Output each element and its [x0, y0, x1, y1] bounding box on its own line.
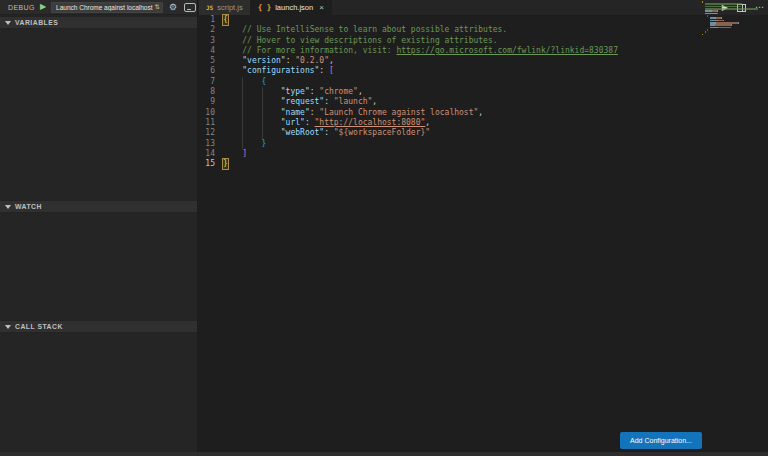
code-token: :	[319, 66, 329, 76]
close-tab-icon[interactable]: ×	[319, 3, 324, 12]
code-token: "chrome"	[319, 87, 358, 97]
code-link[interactable]: "http://localhost:8080"	[315, 118, 426, 128]
tab-script-js[interactable]: JS script.js	[199, 0, 251, 15]
line-number[interactable]: 12	[199, 128, 215, 138]
debug-panel-title: DEBUG	[8, 4, 35, 11]
code-line: 8"type": "chrome",	[199, 87, 768, 97]
code-line: 2// Use IntelliSense to learn about poss…	[199, 25, 768, 35]
code-token: :	[324, 97, 334, 107]
indent-guide	[242, 77, 261, 87]
indent-guide	[262, 128, 281, 138]
indent-guide	[242, 87, 261, 97]
code-token: }	[262, 139, 267, 149]
variables-section-header[interactable]: VARIABLES	[0, 16, 197, 29]
code-line: 7{	[199, 77, 768, 87]
javascript-file-icon: JS	[206, 4, 213, 11]
code-token: // Hover to view descriptions of existin…	[242, 36, 497, 46]
indent-guide	[223, 66, 242, 76]
line-number[interactable]: 15	[199, 159, 215, 169]
line-number[interactable]: 6	[199, 66, 215, 76]
minimap-mark	[726, 8, 757, 10]
indent-guide	[223, 108, 242, 118]
code-token: "name"	[281, 108, 310, 118]
tab-launch-json[interactable]: { } launch.json ×	[251, 0, 332, 15]
code-token: {	[223, 15, 228, 25]
indent-guide	[242, 139, 261, 149]
line-number[interactable]: 2	[199, 25, 215, 35]
minimap-mark	[717, 13, 718, 15]
debug-console-icon[interactable]	[184, 3, 196, 12]
line-number[interactable]: 1	[199, 15, 215, 25]
line-number[interactable]: 5	[199, 56, 215, 66]
indent-guide	[242, 108, 261, 118]
minimap-mark	[702, 34, 703, 36]
code-token: "configurations"	[242, 66, 319, 76]
code-line: 5"version": "0.2.0",	[199, 56, 768, 66]
code-token: }	[223, 159, 228, 169]
section-label: WATCH	[15, 203, 42, 210]
minimap-mark	[707, 29, 708, 31]
line-number[interactable]: 7	[199, 77, 215, 87]
line-number[interactable]: 3	[199, 36, 215, 46]
minimap[interactable]	[702, 1, 762, 36]
json-braces-icon: { }	[258, 3, 272, 12]
code-token: :	[286, 56, 296, 66]
code-line: 1{	[199, 15, 768, 25]
indent-guide	[223, 139, 242, 149]
code-link[interactable]: https://go.microsoft.com/fwlink/?linkid=…	[396, 46, 618, 56]
code-token: "Launch Chrome against localhost"	[319, 108, 478, 118]
indent-guide	[223, 149, 242, 159]
code-token: :	[310, 108, 320, 118]
code-token: // Use IntelliSense to learn about possi…	[242, 25, 507, 35]
add-configuration-button[interactable]: Add Configuration...	[620, 432, 702, 449]
indent-guide	[223, 118, 242, 128]
code-token: "type"	[281, 87, 310, 97]
debug-sidebar: DEBUG ▶ Launch Chrome against localhost …	[0, 0, 198, 456]
code-editor[interactable]: 1{2// Use IntelliSense to learn about po…	[199, 15, 768, 452]
debug-toolbar: DEBUG ▶ Launch Chrome against localhost …	[0, 0, 197, 15]
code-token: {	[262, 77, 267, 87]
vscode-window: DEBUG ▶ Launch Chrome against localhost …	[0, 0, 768, 456]
line-number[interactable]: 4	[199, 46, 215, 56]
indent-guide	[223, 56, 242, 66]
chevron-down-icon	[5, 205, 11, 209]
indent-guide	[262, 97, 281, 107]
indent-guide	[223, 128, 242, 138]
code-token: :	[310, 87, 320, 97]
call-stack-section-header[interactable]: CALL STACK	[0, 320, 197, 333]
code-token: "launch"	[334, 97, 373, 107]
indent-guide	[223, 77, 242, 87]
indent-guide	[242, 97, 261, 107]
code-token: "url"	[281, 118, 305, 128]
code-token: "version"	[242, 56, 285, 66]
start-debugging-icon[interactable]: ▶	[40, 3, 46, 11]
indent-guide	[223, 36, 242, 46]
code-token: ]	[242, 149, 247, 159]
code-token: ,	[372, 97, 377, 107]
configure-gear-icon[interactable]: ⚙	[169, 3, 177, 12]
line-number[interactable]: 8	[199, 87, 215, 97]
debug-config-dropdown[interactable]: Launch Chrome against localhost ( ⇅	[51, 2, 163, 13]
code-line: 4// For more information, visit: https:/…	[199, 46, 768, 56]
code-line: 3// Hover to view descriptions of existi…	[199, 36, 768, 46]
line-number[interactable]: 10	[199, 108, 215, 118]
code-token: ,	[358, 87, 363, 97]
editor-tab-bar: JS script.js { } launch.json × ▶ ⋯	[199, 0, 768, 15]
tab-label: script.js	[217, 3, 242, 12]
watch-section-header[interactable]: WATCH	[0, 200, 197, 213]
code-line: 14]	[199, 149, 768, 159]
code-token: :	[324, 128, 334, 138]
section-label: VARIABLES	[15, 19, 58, 26]
code-token: // For more information, visit:	[242, 46, 396, 56]
line-number[interactable]: 13	[199, 139, 215, 149]
editor-area: JS script.js { } launch.json × ▶ ⋯ 1{2//…	[199, 0, 768, 456]
line-number[interactable]: 14	[199, 149, 215, 159]
line-number[interactable]: 9	[199, 97, 215, 107]
indent-guide	[242, 118, 261, 128]
indent-guide	[223, 97, 242, 107]
section-label: CALL STACK	[15, 323, 63, 330]
line-number[interactable]: 11	[199, 118, 215, 128]
debug-config-selected: Launch Chrome against localhost (	[52, 4, 153, 11]
code-line: 11"url": "http://localhost:8080",	[199, 118, 768, 128]
minimap-line	[702, 34, 762, 36]
